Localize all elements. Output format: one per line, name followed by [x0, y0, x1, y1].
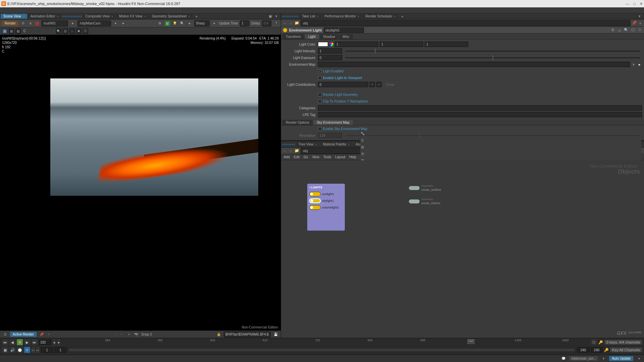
range-end2-field[interactable] [591, 347, 603, 353]
camera-chooser-icon[interactable]: ▾ [113, 21, 118, 26]
render-geo-checkbox[interactable] [318, 93, 322, 97]
magnify-icon[interactable]: 🔍 [56, 28, 61, 34]
chat-icon[interactable]: 💬 [561, 356, 566, 361]
gear-icon[interactable]: ⚙ [610, 28, 615, 33]
node-sunlight1[interactable]: sunlight1 [309, 192, 343, 196]
node-ocean-surface[interactable]: Geometryocean_surface [409, 184, 441, 191]
camera-field[interactable]: /obj/MainCam [77, 20, 111, 26]
sel-menu-icon[interactable]: ▾ [601, 356, 606, 361]
recycle-icon[interactable]: ♻ [157, 21, 163, 26]
add-param-icon[interactable]: + [638, 21, 643, 25]
play-fwd-button[interactable]: ▶ [24, 339, 30, 345]
env-map-field[interactable] [318, 62, 630, 67]
menu-tools[interactable]: Tools [323, 155, 331, 159]
net-back-icon[interactable]: ← [282, 148, 287, 153]
step-back-button[interactable]: ◂ [52, 339, 56, 345]
pin-icon[interactable]: 📌 [39, 332, 44, 337]
env-map-browse-icon[interactable]: ▸ [637, 62, 642, 67]
timeline-ruler[interactable]: 284 392 503 612 722 831 938 1043 1156 12… [63, 339, 588, 346]
current-frame-field[interactable] [39, 340, 51, 345]
search-icon[interactable]: 🔍 [624, 28, 629, 33]
info2-icon[interactable]: ⓘ [631, 28, 635, 33]
save-expr-field[interactable] [224, 331, 271, 338]
selection-info[interactable]: /obj/ocean_sur... [569, 356, 598, 361]
categories-field[interactable] [318, 105, 642, 111]
preview-icon[interactable]: ▦ [165, 21, 170, 26]
add-tab-button-r1[interactable]: + [399, 14, 405, 18]
auto-menu-icon[interactable]: ▾ [637, 356, 641, 361]
jump-icon[interactable]: ➤ [120, 21, 126, 26]
color-g-field[interactable] [380, 42, 423, 47]
node-volumelight1[interactable]: volumelight1 [309, 205, 343, 210]
active-render-tab[interactable]: Active Render [10, 332, 37, 337]
pin-param-icon[interactable]: 📌 [632, 21, 637, 25]
ptab-misc[interactable]: Misc [339, 34, 353, 39]
channel-field[interactable] [22, 28, 49, 34]
contrib-add-icon[interactable]: + [370, 82, 375, 87]
key2-icon[interactable]: 🔑 [604, 348, 609, 352]
tab-tree-view[interactable]: Tree View× [296, 142, 320, 147]
depth-mode-icon[interactable]: ▥ [15, 28, 21, 34]
play-back-button[interactable]: ◀ [9, 339, 15, 345]
tab-scene-view[interactable]: Scene View× [1, 14, 27, 19]
rop-path-field[interactable]: /out/WS [41, 20, 68, 26]
range-start2-field[interactable] [54, 347, 66, 353]
home-icon[interactable]: ⌂ [69, 28, 75, 34]
tab-parameters[interactable] [282, 16, 299, 17]
tab-network[interactable] [282, 144, 295, 145]
update-time-field[interactable] [240, 20, 249, 26]
menu-view[interactable]: View [312, 155, 319, 159]
audio-icon[interactable]: 🔊 [9, 347, 15, 353]
tab-animation-editor[interactable]: Animation Editor× [28, 14, 61, 19]
ptab-light[interactable]: Light [305, 34, 319, 39]
env-map-chooser-icon[interactable]: ▾ [631, 62, 636, 67]
tab-performance[interactable]: Performance Monitor× [322, 14, 362, 19]
color-b-field[interactable] [425, 42, 468, 47]
filter-icon[interactable]: ⎄ [617, 28, 622, 33]
pane-menu-r1-icon[interactable]: ▾ [637, 14, 642, 19]
fit-icon[interactable]: ✱ [76, 28, 82, 34]
delay-field[interactable] [262, 20, 271, 26]
net-folder-icon[interactable]: 📁 [294, 148, 299, 153]
sharpness-chooser-icon[interactable]: ▾ [212, 21, 217, 26]
tab-take-list[interactable]: Take List× [299, 14, 321, 19]
key-icon[interactable]: 🔑 [598, 340, 603, 345]
fwd-icon[interactable]: → [288, 21, 293, 25]
plus-icon[interactable]: + [126, 332, 131, 337]
range-start-field[interactable] [41, 347, 53, 353]
bb-menu-icon[interactable]: ☰ [3, 332, 7, 337]
pause-icon[interactable]: ⏸ [28, 21, 33, 26]
tab-geometry-spreadsheet[interactable]: Geometry Spreadsheet× [149, 14, 193, 19]
loop-icon[interactable]: ⟳ [24, 347, 30, 353]
save-icon[interactable]: 💾 [273, 332, 278, 337]
menu-help[interactable]: Help [349, 155, 356, 159]
pause-button[interactable]: ⏸ [17, 339, 23, 345]
render-button[interactable]: Render [2, 21, 18, 26]
back-icon[interactable]: ← [282, 21, 287, 25]
contrib-clear[interactable]: Clear [386, 82, 394, 86]
lights-netbox[interactable]: ▪ LIGHTS sunlight1 skylight1 volumelight… [307, 184, 345, 231]
range-fwd-icon[interactable]: ⏭ [36, 347, 40, 353]
intensity-slider[interactable] [345, 51, 640, 52]
contrib-field[interactable] [318, 82, 368, 87]
node-name-field[interactable]: skylight1 [324, 27, 364, 33]
intensity-field[interactable] [318, 48, 342, 54]
color-wheel-icon[interactable] [329, 42, 333, 46]
add-tab-button[interactable]: + [194, 14, 200, 18]
timeline-marker[interactable]: 192 [468, 339, 474, 344]
first-frame-button[interactable]: ⏮ [2, 339, 8, 345]
image-mode-icon[interactable]: ▦ [2, 28, 7, 34]
ptab-transform[interactable]: Transform [282, 34, 304, 39]
render-viewport[interactable]: /out/WS[raytrace]-00:56:12[1] 1280x720 f… [0, 35, 281, 330]
info-icon[interactable]: ⓘ [83, 28, 88, 34]
node-skylight1[interactable]: skylight1 [309, 198, 343, 203]
auto-update-button[interactable]: Auto Update [609, 356, 633, 361]
camera-icon[interactable]: 📷 [134, 332, 139, 337]
minus-icon[interactable]: − [119, 332, 124, 337]
tab-motion-fx-view[interactable]: Motion FX View× [116, 14, 149, 19]
sharpness-select[interactable]: Sharp [194, 20, 210, 26]
grid1-icon[interactable]: ⊞ [360, 152, 365, 156]
realtime-icon[interactable]: ▦ [2, 347, 8, 353]
close-snapshot-icon[interactable]: × [47, 332, 51, 337]
clock-icon[interactable]: 🕓 [17, 347, 23, 353]
